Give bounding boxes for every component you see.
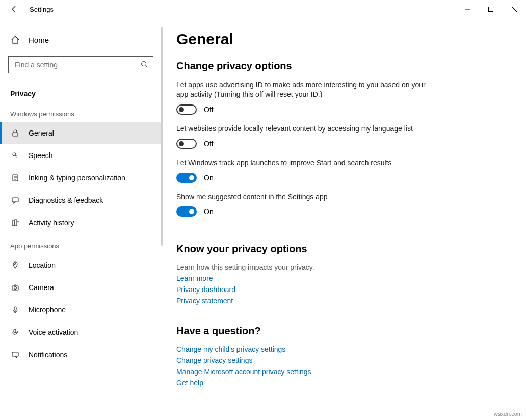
home-label: Home [29, 36, 49, 44]
nav-label: Inking & typing personalization [29, 174, 125, 182]
home-button[interactable]: Home [0, 29, 162, 51]
know-privacy-desc: Learn how this setting impacts your priv… [176, 263, 506, 271]
nav-label: Notifications [29, 351, 67, 359]
location-icon [10, 261, 20, 269]
nav-location[interactable]: Location [0, 254, 162, 276]
svg-point-3 [13, 153, 16, 156]
main-content: General Change privacy options Let apps … [162, 18, 526, 420]
nav-general[interactable]: General [0, 122, 162, 144]
toggle-state-3: On [204, 207, 214, 216]
svg-rect-11 [14, 307, 16, 310]
svg-rect-5 [12, 198, 18, 202]
link-change-privacy[interactable]: Change privacy settings [176, 356, 506, 364]
link-learn-more[interactable]: Learn more [176, 274, 506, 282]
notifications-icon [10, 351, 20, 359]
link-privacy-dashboard[interactable]: Privacy dashboard [176, 285, 506, 294]
lock-icon [10, 129, 20, 137]
nav-label: Diagnostics & feedback [29, 196, 103, 204]
close-button[interactable] [503, 1, 526, 17]
know-privacy-header: Know your privacy options [176, 243, 506, 255]
speech-icon [10, 151, 20, 160]
question-header: Have a question? [176, 325, 506, 337]
toggle-suggested-content[interactable] [176, 206, 197, 217]
svg-point-10 [14, 287, 17, 290]
nav-inking[interactable]: Inking & typing personalization [0, 167, 162, 189]
search-box[interactable] [8, 56, 153, 73]
link-get-help[interactable]: Get help [176, 379, 506, 387]
back-button[interactable] [5, 0, 23, 18]
privacy-options-header: Change privacy options [176, 60, 506, 72]
maximize-button[interactable] [479, 1, 503, 17]
window-title: Settings [30, 6, 54, 13]
toggle-desc-2: Let Windows track app launches to improv… [176, 158, 431, 168]
nav-label: Location [29, 261, 56, 269]
nav-label: Microphone [29, 306, 66, 314]
nav-label: Voice activation [29, 328, 78, 336]
nav-label: Camera [29, 283, 54, 292]
privacy-header: Privacy [0, 82, 162, 102]
svg-rect-0 [489, 7, 493, 12]
camera-icon [10, 283, 20, 292]
feedback-icon [10, 196, 20, 204]
search-icon [141, 61, 148, 69]
arrow-left-icon [10, 5, 18, 13]
nav-speech[interactable]: Speech [0, 144, 162, 167]
search-input[interactable] [14, 60, 141, 69]
nav-label: Speech [29, 151, 52, 160]
minimize-button[interactable] [456, 1, 479, 17]
svg-point-1 [142, 61, 146, 66]
section-windows-permissions: Windows permissions [0, 102, 162, 122]
nav-diagnostics[interactable]: Diagnostics & feedback [0, 189, 162, 212]
home-icon [10, 35, 20, 44]
maximize-icon [488, 7, 493, 12]
link-child-privacy[interactable]: Change my child's privacy settings [176, 345, 506, 353]
svg-rect-2 [13, 133, 18, 136]
toggle-desc-1: Let websites provide locally relevant co… [176, 124, 431, 134]
svg-rect-12 [14, 329, 16, 333]
nav-microphone[interactable]: Microphone [0, 299, 162, 321]
inking-icon [10, 174, 20, 182]
toggle-advertising-id[interactable] [176, 104, 197, 115]
section-app-permissions: App permissions [0, 234, 162, 254]
history-icon [10, 219, 20, 227]
page-title: General [176, 31, 506, 48]
svg-rect-6 [12, 221, 14, 226]
toggle-track-launches[interactable] [176, 173, 197, 183]
link-manage-account-privacy[interactable]: Manage Microsoft account privacy setting… [176, 368, 506, 376]
voice-icon [10, 328, 20, 336]
sidebar: Home Privacy Windows permissions General [0, 18, 162, 420]
nav-activity-history[interactable]: Activity history [0, 212, 162, 234]
link-privacy-statement[interactable]: Privacy statement [176, 297, 506, 305]
microphone-icon [10, 306, 20, 314]
nav-camera[interactable]: Camera [0, 276, 162, 299]
titlebar: Settings [0, 0, 526, 18]
nav-label: Activity history [29, 219, 74, 227]
nav-notifications[interactable]: Notifications [0, 344, 162, 366]
watermark: wsxdn.com [494, 411, 522, 417]
toggle-desc-0: Let apps use advertising ID to make ads … [176, 80, 431, 99]
toggle-desc-3: Show me suggested content in the Setting… [176, 192, 431, 202]
toggle-language-list[interactable] [176, 139, 197, 149]
minimize-icon [465, 7, 470, 12]
svg-point-8 [15, 264, 16, 265]
nav-label: General [29, 129, 54, 137]
nav-voice-activation[interactable]: Voice activation [0, 321, 162, 344]
svg-rect-7 [15, 220, 17, 226]
close-icon [512, 7, 517, 12]
toggle-state-0: Off [204, 106, 213, 114]
toggle-state-2: On [204, 174, 214, 182]
svg-rect-13 [12, 352, 18, 356]
toggle-state-1: Off [204, 140, 213, 148]
